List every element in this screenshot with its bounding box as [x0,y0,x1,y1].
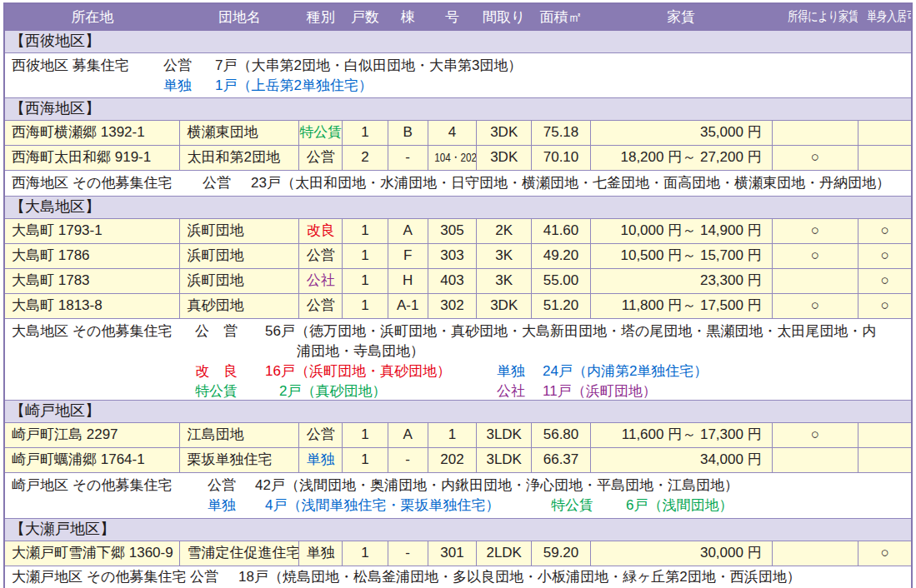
note-segment: 公 営 [195,322,238,341]
cell-rent: 18,200 円～ 27,200 円 [590,145,772,170]
cell-value: 18,200 円～ 27,200 円 [620,149,761,165]
cell-area: 55.00 [532,268,590,293]
cell-rent: 10,000 円～ 14,900 円 [590,218,772,243]
table-header: 所在地団地名種別戸数棟号間取り面積㎡家賃所得により家賃変動単身入居可 [4,3,912,30]
note-segment: 公営 [190,568,218,586]
cell-value: 55.00 [543,272,579,288]
cell-single_occupancy: ○ [858,268,912,293]
cell-building: F [388,243,428,268]
column-header-complex: 団地名 [180,3,299,30]
cell-type: 単独 [299,447,343,472]
section-title: 【崎戸地区】 [4,400,912,422]
cell-rent: 35,000 円 [590,120,772,145]
column-header-number: 号 [428,3,476,30]
cell-value: 10,000 円～ 14,900 円 [620,222,761,238]
note-segment: 特公賃 [195,382,238,401]
table-row: 大島町 1793-1浜町団地改良1A3052K41.6010,000 円～ 14… [4,218,912,243]
cell-rent: 30,000 円 [590,541,772,566]
section-title: 【大島地区】 [4,196,912,218]
cell-units: 1 [343,218,388,243]
cell-single_occupancy: ○ [858,218,912,243]
note-segment: 西彼地区 募集住宅 [12,57,129,75]
cell-value: 公営 [307,247,335,263]
cell-value: 3K [495,272,513,288]
column-header-label: 団地名 [218,9,261,25]
cell-type: 公社 [299,268,343,293]
cell-layout: 3K [477,243,532,268]
cell-value: 302 [440,297,463,313]
note-content: 大島地区 その他募集住宅公 営56戸（徳万団地・浜町団地・真砂団地・大島新田団地… [5,319,911,400]
note-segment: 24戸（内浦第2単独住宅） [543,362,708,381]
cell-units: 1 [343,268,388,293]
cell-layout: 3K [477,268,532,293]
cell-location: 崎戸町蠣浦郷 1764-1 [4,447,180,472]
cell-layout: 3LDK [477,447,532,472]
cell-building: A [388,422,428,447]
cell-income_rent_change [772,268,858,293]
note-segment: 単独 [163,77,192,95]
cell-value: 崎戸町江島 2297 [12,426,118,442]
cell-single_occupancy: ○ [858,541,912,566]
cell-building: - [388,145,428,170]
note-segment: 公営 [203,174,231,192]
cell-value: 41.60 [543,222,579,238]
cell-building: A-1 [388,293,428,318]
cell-rent: 10,500 円～ 15,700 円 [590,243,772,268]
cell-value: 太田和第2団地 [187,149,279,165]
cell-value: 66.37 [543,451,579,467]
cell-value: 3DK [490,297,518,313]
note-segment: 18戸（焼島団地・松島釜浦団地・多以良団地・小板浦団地・緑ヶ丘第2団地・西浜団地… [238,568,801,586]
cell-value: 1 [361,124,368,140]
cell-units: 1 [343,422,388,447]
cell-value: ○ [811,149,819,165]
cell-value: 104・202 [434,150,477,164]
cell-number: 4 [428,120,476,145]
housing-listing-page: 所在地団地名種別戸数棟号間取り面積㎡家賃所得により家賃変動単身入居可 【西彼地区… [0,0,916,588]
cell-value: - [405,545,410,561]
cell-value: 49.20 [543,247,579,263]
cell-value: 大島町 1786 [12,247,90,263]
cell-complex: 江島団地 [180,422,299,447]
cell-value: 30,000 円 [700,545,762,561]
note-content: 大瀬戸地区 その他募集住宅公営18戸（焼島団地・松島釜浦団地・多以良団地・小板浦… [5,566,911,588]
cell-value: 4 [448,124,456,140]
column-header-label: 戸数 [351,9,379,25]
section-row-3: 【崎戸地区】 [4,400,912,422]
cell-building: A [388,218,428,243]
cell-type: 単独 [299,541,343,566]
cell-complex: 太田和第2団地 [180,145,299,170]
note-segment: 特公賃 [551,496,593,515]
cell-value: 浜町団地 [187,247,243,263]
cell-value: 3DK [490,149,518,165]
note-segment: 改 良 [195,362,238,381]
cell-income_rent_change [772,447,858,472]
cell-value: 51.20 [543,297,579,313]
cell-value: 公社 [307,272,335,288]
cell-value: 公営 [307,149,335,165]
cell-value: 3DK [490,124,518,140]
cell-value: 305 [440,222,463,238]
column-header-label: 単身入居可 [867,8,912,26]
note-row: 大島地区 その他募集住宅公 営56戸（徳万団地・浜町団地・真砂団地・大島新田団地… [4,318,912,400]
cell-type: 公営 [299,145,343,170]
cell-units: 1 [343,243,388,268]
cell-units: 1 [343,120,388,145]
cell-value: 特公賃 [299,124,342,140]
cell-value: 23,300 円 [700,272,762,288]
cell-value: 10,500 円～ 15,700 円 [620,247,761,263]
note-cell: 西彼地区 募集住宅公営7戸（大串第2団地・白似田団地・大串第3団地）単独1戸（上… [4,52,912,97]
section-row-2: 【大島地区】 [4,196,912,218]
cell-value: 浜町団地 [187,222,243,238]
table-row: 崎戸町江島 2297江島団地公営1A13LDK56.8011,600 円～ 17… [4,422,912,447]
note-segment: 56戸（徳万団地・浜町団地・真砂団地・大島新田団地・塔の尾団地・黒瀬団地・太田尾… [265,322,876,341]
note-segment: 42戸（浅間団地・奥浦団地・内鍬田団地・浄心団地・平島団地・江島団地） [255,476,738,495]
section-title: 【大瀬戸地区】 [4,518,912,541]
table-row: 大瀬戸町雪浦下郷 1360-9雪浦定住促進住宅単独1-3012LDK59.203… [4,541,912,566]
cell-area: 56.80 [532,422,590,447]
cell-complex: 浜町団地 [180,243,299,268]
column-header-single_occupancy: 単身入居可 [858,3,912,30]
cell-location: 大島町 1786 [4,243,180,268]
note-segment: 大島地区 その他募集住宅 [12,322,173,341]
note-segment: 単独 [208,496,236,515]
cell-units: 1 [343,293,388,318]
